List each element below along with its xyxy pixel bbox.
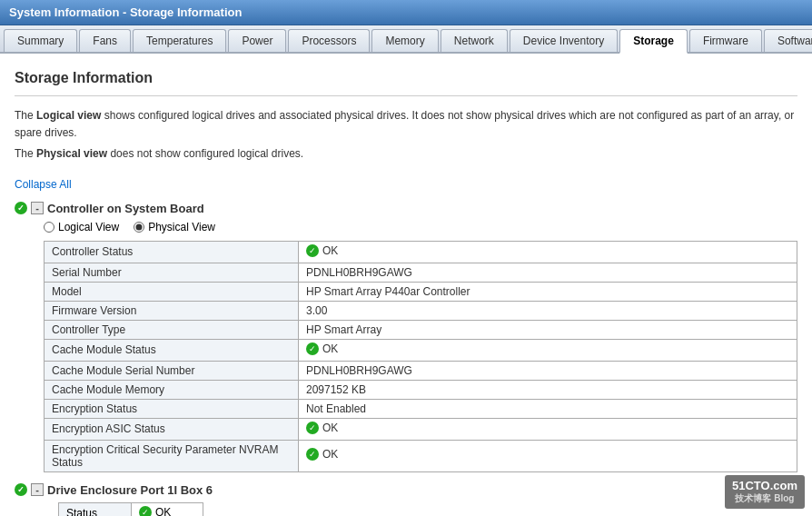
tab-firmware[interactable]: Firmware bbox=[689, 29, 762, 52]
watermark: 51CTO.com 技术博客 Blog bbox=[725, 475, 805, 509]
controller-row-label: Controller Status bbox=[45, 241, 299, 263]
description-1: The Logical view shows configured logica… bbox=[15, 107, 797, 142]
controller-row-label: Encryption Status bbox=[45, 399, 299, 418]
title-bar-label: System Information - Storage Information bbox=[9, 5, 242, 19]
physical-view-bold: Physical view bbox=[36, 147, 107, 160]
controller-row-label: Encryption ASIC Status bbox=[45, 418, 299, 440]
drive-row-value: OK bbox=[132, 502, 203, 516]
controller-row-value: OK bbox=[299, 241, 797, 263]
drive-enclosure-minus-btn[interactable]: - bbox=[31, 483, 44, 496]
title-bar: System Information - Storage Information bbox=[0, 0, 812, 25]
ok-icon bbox=[306, 422, 319, 434]
logical-view-label: Logical View bbox=[58, 221, 119, 233]
watermark-site: 51CTO.com bbox=[732, 479, 797, 492]
logical-view-bold: Logical view bbox=[36, 109, 101, 122]
ok-icon bbox=[306, 342, 319, 355]
drive-enclosure-title: Drive Enclosure Port 1I Box 6 bbox=[47, 483, 213, 497]
ok-icon bbox=[139, 506, 152, 516]
controller-minus-btn[interactable]: - bbox=[31, 202, 44, 214]
description-1-post: shows configured logical drives and asso… bbox=[15, 109, 794, 139]
controller-row-value: PDNLH0BRH9GAWG bbox=[299, 263, 797, 282]
controller-row-value: OK bbox=[299, 418, 797, 440]
controller-row-label: Cache Module Memory bbox=[45, 380, 299, 399]
drive-row-label: Status bbox=[59, 502, 132, 516]
tab-storage[interactable]: Storage bbox=[619, 29, 688, 54]
tab-fans[interactable]: Fans bbox=[79, 29, 131, 52]
ok-icon bbox=[306, 244, 319, 257]
physical-view-option[interactable]: Physical View bbox=[134, 221, 215, 233]
controller-table: Controller StatusOKSerial NumberPDNLH0BR… bbox=[44, 241, 797, 472]
controller-row-label: Model bbox=[45, 282, 299, 301]
controller-row-value: Not Enabled bbox=[299, 399, 797, 418]
tab-temperatures[interactable]: Temperatures bbox=[133, 29, 226, 52]
tab-device_inventory[interactable]: Device Inventory bbox=[510, 29, 618, 52]
drive-enclosure-section: - Drive Enclosure Port 1I Box 6 StatusOK… bbox=[15, 483, 797, 516]
ok-icon bbox=[306, 448, 319, 461]
controller-section: - Controller on System Board Logical Vie… bbox=[15, 202, 797, 472]
controller-row-label: Encryption Critical Security Parameter N… bbox=[45, 440, 299, 471]
controller-row-label: Serial Number bbox=[45, 263, 299, 282]
watermark-sub: 技术博客 Blog bbox=[732, 492, 797, 505]
controller-row-value: 2097152 KB bbox=[299, 380, 797, 399]
page-title: Storage Information bbox=[15, 63, 797, 96]
controller-row-label: Cache Module Serial Number bbox=[45, 361, 299, 380]
tab-processors[interactable]: Processors bbox=[288, 29, 370, 52]
controller-header: - Controller on System Board bbox=[15, 202, 797, 215]
controller-row-value: PDNLH0BRH9GAWG bbox=[299, 361, 797, 380]
controller-row-value: OK bbox=[299, 440, 797, 471]
controller-row-value: HP Smart Array P440ar Controller bbox=[299, 282, 797, 301]
tab-network[interactable]: Network bbox=[441, 29, 508, 52]
physical-view-label: Physical View bbox=[148, 221, 215, 233]
tab-power[interactable]: Power bbox=[228, 29, 286, 52]
tab-bar: SummaryFansTemperaturesPowerProcessorsMe… bbox=[0, 25, 812, 54]
tab-memory[interactable]: Memory bbox=[371, 29, 438, 52]
controller-row-label: Controller Type bbox=[45, 320, 299, 339]
controller-ok-icon bbox=[15, 202, 27, 214]
logical-view-option[interactable]: Logical View bbox=[44, 221, 119, 233]
drive-enclosure-table: StatusOKDrive Bays4 bbox=[58, 502, 203, 516]
controller-title: Controller on System Board bbox=[47, 202, 204, 215]
description-2: The Physical view does not show configur… bbox=[15, 145, 797, 163]
controller-row-value: HP Smart Array bbox=[299, 320, 797, 339]
description-2-post: does not show configured logical drives. bbox=[107, 147, 303, 160]
drive-enclosure-ok-icon bbox=[15, 483, 27, 496]
controller-row-value: OK bbox=[299, 339, 797, 361]
controller-row-label: Firmware Version bbox=[45, 301, 299, 320]
tab-software[interactable]: Software bbox=[764, 29, 812, 52]
collapse-all-link[interactable]: Collapse All bbox=[15, 178, 72, 191]
logical-view-radio[interactable] bbox=[44, 222, 54, 233]
content-area: Storage Information The Logical view sho… bbox=[0, 54, 812, 516]
view-options: Logical View Physical View bbox=[44, 221, 797, 233]
drive-enclosure-header: - Drive Enclosure Port 1I Box 6 bbox=[15, 483, 797, 497]
tab-summary[interactable]: Summary bbox=[4, 29, 77, 52]
physical-view-radio[interactable] bbox=[134, 222, 144, 233]
controller-row-value: 3.00 bbox=[299, 301, 797, 320]
controller-row-label: Cache Module Status bbox=[45, 339, 299, 361]
